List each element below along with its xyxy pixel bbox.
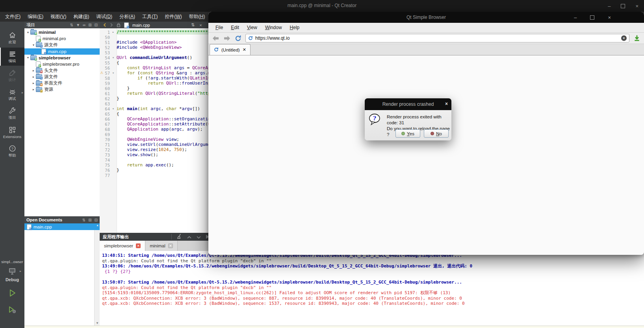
clear-icon[interactable]: × [621,35,627,41]
close-panel-icon[interactable]: ⊟ [95,218,98,222]
open-documents-header: Open Documents ⇅ ⊞ ⊟ [24,216,100,223]
maximize-icon[interactable] [590,15,594,20]
browser-menu-window[interactable]: Window [261,25,286,30]
switch-icon[interactable]: ⇅ [191,22,195,28]
output-tab-simplebrowser[interactable]: simplebrowser× [100,241,145,251]
tree-item-label: 资源 [44,87,53,92]
qtcreator-window-title: main.cpp @ minimal - Qt Creator [0,3,644,8]
close-tab-icon[interactable]: × [168,243,173,248]
close-icon[interactable]: × [608,15,611,20]
menu-文件(F)[interactable]: 文件(F) [2,12,24,22]
reload-icon[interactable] [235,35,241,42]
sort-icon[interactable]: ⇅ [82,218,85,222]
tree-item-minimal.pro[interactable]: pminimal.pro [24,35,100,42]
browser-tab[interactable]: (Untitled) ✕ [210,44,251,55]
editor-tab-label[interactable]: main.cpp [132,23,150,28]
build-config-label: Debug [0,277,24,282]
tree-item-minimal[interactable]: ▾Qminimal [24,29,100,35]
tree-item-label: main.cpp [48,49,67,54]
mode-help[interactable]: ?帮助 [0,142,24,160]
browser-menu-view[interactable]: View [243,25,261,30]
output-line: [5154:5193:0108/135009.779064:ERROR:zygo… [102,290,644,296]
mode-label: 帮助 [9,153,16,158]
expander-icon: ▾ [26,31,30,34]
no-button[interactable]: No [424,129,449,138]
forward-icon[interactable] [223,35,231,41]
browser-menu-edit[interactable]: Edit [227,25,243,30]
output-tab-minimal[interactable]: minimal× [145,241,178,251]
browser-menu-file[interactable]: File [212,25,227,30]
line-number: 70 [100,137,110,142]
sync-icon[interactable]: ⇅ [70,23,73,27]
url-text[interactable]: https://www.qt.io [255,35,290,41]
output-tab-label: minimal [150,243,165,248]
tree-item-头文件[interactable]: ▸h头文件 [24,67,100,74]
minimize-icon[interactable]: – [608,3,611,9]
mode-projects[interactable]: 项目 [0,104,24,122]
menu-调试(D)[interactable]: 调试(D) [93,12,116,22]
browser-menu-help[interactable]: Help [286,25,304,30]
menu-分析(A)[interactable]: 分析(A) [116,12,139,22]
split-icon[interactable]: ⊞ [88,218,91,222]
mode-home[interactable]: 欢迎 [0,29,24,47]
output-console[interactable]: 13:48:51: Starting /home/uos/Qt/Examples… [100,251,644,326]
run-icon[interactable] [7,288,17,299]
link-icon[interactable]: ∞ [83,23,85,27]
mode-edit[interactable]: 编辑 [0,48,24,66]
folder-h-icon: h [36,68,42,73]
render-crash-dialog: Render process crashed × ? Render proces… [365,98,451,140]
left-panel-empty: ▼ [24,230,100,326]
menu-构建(B)[interactable]: 构建(B) [70,12,93,22]
back-icon[interactable] [103,22,106,29]
dialog-titlebar[interactable]: Render process crashed × [365,98,451,110]
tree-item-label: simplebrowser [39,55,71,60]
collapse-up-icon[interactable] [187,233,191,240]
red-dot-icon [431,132,434,135]
filter-icon[interactable]: ▼ [76,23,80,27]
browser-page[interactable] [208,55,644,255]
design-icon [8,69,17,77]
menu-控件(W)[interactable]: 控件(W) [161,12,185,22]
scroll-down-icon[interactable]: ▼ [96,321,99,325]
tree-item-源文件[interactable]: ▸C源文件 [24,74,100,80]
lock-icon [117,22,121,29]
download-icon[interactable] [633,35,640,42]
close-tab-icon[interactable]: × [136,243,141,248]
tree-item-simplebrowser[interactable]: ▾Qsimplebrowser [24,55,100,61]
browser-menubar: FileEditViewWindowHelp [208,23,644,33]
open-document-item[interactable]: C main.cpp ▲ [24,223,100,230]
close-icon[interactable]: × [445,101,448,106]
tree-item-main.cpp[interactable]: Cmain.cpp [24,48,100,55]
menu-视图(V)[interactable]: 视图(V) [47,12,70,22]
collapse-down-icon[interactable] [197,233,201,240]
maximize-icon[interactable] [621,4,625,8]
url-bar[interactable]: https://www.qt.io × [245,34,629,42]
browser-titlebar[interactable]: Qt Simple Browser – × [208,12,644,23]
menu-工具(T)[interactable]: 工具(T) [139,12,161,22]
forward-icon[interactable] [110,22,113,29]
tree-item-界面文件[interactable]: ▸u界面文件 [24,80,100,87]
yes-button[interactable]: Yes [395,129,420,138]
close-tab-icon[interactable]: ✕ [243,47,246,52]
tree-item-资源[interactable]: ▸r资源 [24,87,100,93]
mode-debug[interactable]: 调试▸ [0,85,24,103]
close-icon[interactable]: × [635,3,638,9]
clean-icon[interactable] [177,233,182,240]
close-panel-icon[interactable]: ⊟ [95,23,98,27]
back-icon[interactable] [212,35,219,41]
menu-帮助(H)[interactable]: 帮助(H) [186,12,209,22]
close-icon[interactable]: × [199,23,202,28]
kit-selector[interactable]: simpl...owser ▸ Debug [0,260,24,316]
home-icon [8,31,17,39]
mode-extensions[interactable]: Extensions [0,123,24,141]
monitor-icon [7,270,17,277]
scroll-up-icon[interactable]: ▲ [96,224,99,227]
menu-编辑(E)[interactable]: 编辑(E) [24,12,47,22]
code-text: QCoreApplication::setAttribute(Qt:: [117,122,218,127]
tree-item-源文件[interactable]: ▾C源文件 [24,42,100,48]
split-icon[interactable]: ⊞ [88,23,91,27]
tree-item-simplebrowser.pro[interactable]: psimplebrowser.pro [24,61,100,67]
minimize-icon[interactable]: – [574,15,577,20]
left-panel-scrollbar[interactable]: ▼ [94,230,100,326]
run-debug-icon[interactable] [7,305,17,316]
